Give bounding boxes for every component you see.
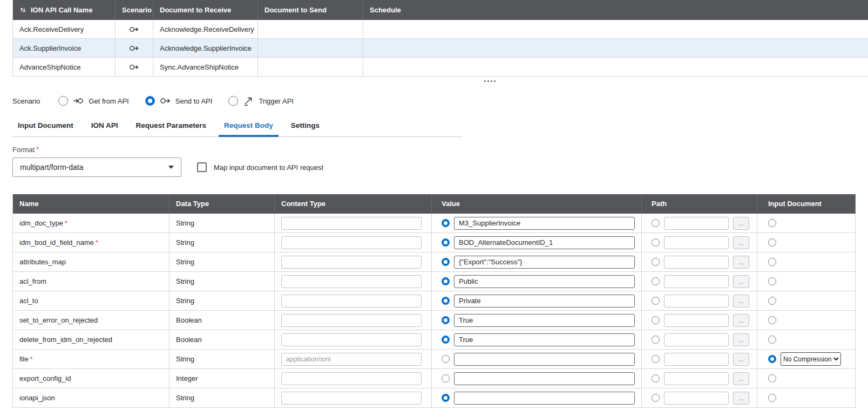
input-document-radio[interactable]: [768, 336, 776, 344]
browse-path-button[interactable]: ...: [733, 314, 749, 327]
value-radio[interactable]: [442, 297, 450, 305]
browse-path-button[interactable]: ...: [733, 295, 749, 307]
column-header-call-name[interactable]: ION API Call Name: [13, 0, 116, 19]
value-radio[interactable]: [442, 336, 450, 344]
value-input[interactable]: [454, 392, 635, 405]
value-radio[interactable]: [442, 219, 450, 227]
browse-path-button[interactable]: ...: [733, 236, 749, 249]
browse-path-button[interactable]: ...: [733, 392, 749, 405]
path-input[interactable]: [664, 217, 729, 230]
value-input[interactable]: [454, 353, 635, 366]
value-input[interactable]: [454, 372, 635, 385]
path-radio[interactable]: [652, 336, 660, 344]
path-input[interactable]: [664, 353, 729, 366]
path-radio[interactable]: [652, 374, 660, 382]
column-header-doc-receive[interactable]: Document to Receive: [153, 0, 258, 19]
column-header-doc-send[interactable]: Document to Send: [258, 0, 363, 19]
data-type: Integer: [176, 374, 198, 382]
data-type: String: [176, 238, 194, 247]
content-type-input[interactable]: [281, 256, 422, 269]
table-row-ack-supplierinvoice[interactable]: Ack.SupplierInvoice Acknowledge.Supplier…: [13, 39, 868, 58]
sort-arrows-icon[interactable]: [19, 6, 26, 13]
value-radio[interactable]: [442, 258, 450, 266]
input-document-radio[interactable]: [768, 238, 776, 247]
path-input[interactable]: [664, 256, 729, 269]
column-header-schedule[interactable]: Schedule: [363, 0, 868, 19]
scenario-option-trigger-api[interactable]: Trigger API: [228, 95, 294, 106]
value-input[interactable]: [454, 275, 635, 288]
input-document-radio[interactable]: [768, 258, 776, 266]
input-document-radio[interactable]: [768, 374, 776, 382]
path-input[interactable]: [664, 236, 729, 249]
input-document-radio[interactable]: [768, 219, 776, 227]
value-input[interactable]: [454, 236, 635, 249]
path-radio[interactable]: [652, 238, 660, 247]
value-radio[interactable]: [442, 355, 450, 363]
content-type-input[interactable]: [281, 295, 422, 307]
input-document-radio[interactable]: [768, 355, 776, 363]
splitter-handle[interactable]: [484, 79, 498, 83]
format-select[interactable]: multipart/form-data: [12, 158, 181, 177]
value-input[interactable]: [454, 333, 635, 346]
path-radio[interactable]: [652, 355, 660, 363]
input-document-radio[interactable]: [768, 297, 776, 305]
column-header-label: Document to Receive: [160, 6, 231, 14]
value-radio[interactable]: [442, 394, 450, 402]
map-input-checkbox[interactable]: [197, 162, 207, 172]
path-input[interactable]: [664, 372, 729, 385]
tab-request-parameters[interactable]: Request Parameters: [131, 121, 212, 136]
tab-ion-api[interactable]: ION API: [86, 121, 124, 136]
value-input[interactable]: [454, 217, 635, 230]
path-radio[interactable]: [652, 394, 660, 402]
content-type-input[interactable]: [281, 353, 422, 366]
value-input[interactable]: [454, 295, 635, 307]
browse-path-button[interactable]: ...: [733, 353, 749, 366]
input-document-radio[interactable]: [768, 316, 776, 324]
input-document-radio[interactable]: [768, 277, 776, 285]
path-input[interactable]: [664, 295, 729, 307]
value-input[interactable]: [454, 314, 635, 327]
table-row-advanceshipnotice[interactable]: AdvanceShipNotice Sync.AdvanceShipNotice: [13, 58, 868, 77]
path-input[interactable]: [664, 314, 729, 327]
param-name: file: [19, 355, 29, 363]
content-type-input[interactable]: [281, 333, 422, 346]
value-input[interactable]: [454, 256, 635, 269]
browse-path-button[interactable]: ...: [733, 372, 749, 385]
tab-request-body[interactable]: Request Body: [219, 121, 279, 136]
path-radio[interactable]: [652, 258, 660, 266]
content-type-input[interactable]: [281, 275, 422, 288]
value-radio[interactable]: [442, 277, 450, 285]
value-radio[interactable]: [442, 374, 450, 382]
input-document-radio[interactable]: [768, 394, 776, 402]
path-radio[interactable]: [652, 277, 660, 285]
path-input[interactable]: [664, 333, 729, 346]
tab-settings[interactable]: Settings: [286, 121, 325, 136]
content-type-input[interactable]: [281, 217, 422, 230]
browse-path-button[interactable]: ...: [733, 333, 749, 346]
path-radio[interactable]: [652, 219, 660, 227]
get-from-api-radio[interactable]: [58, 96, 68, 106]
value-radio[interactable]: [442, 316, 450, 324]
column-header-name: Name: [13, 194, 169, 213]
table-row-ack-receivedelivery[interactable]: Ack.ReceiveDelivery Acknowledge.ReceiveD…: [13, 20, 868, 39]
browse-path-button[interactable]: ...: [733, 217, 749, 230]
browse-path-button[interactable]: ...: [733, 275, 749, 288]
content-type-input[interactable]: [281, 236, 422, 249]
path-input[interactable]: [664, 275, 729, 288]
browse-path-button[interactable]: ...: [733, 256, 749, 269]
path-input[interactable]: [664, 392, 729, 405]
path-radio[interactable]: [652, 297, 660, 305]
path-radio[interactable]: [652, 316, 660, 324]
table-row: idm_doc_type* String ...: [13, 214, 856, 233]
content-type-input[interactable]: [281, 392, 422, 405]
scenario-option-get-from-api[interactable]: Get from API: [58, 95, 128, 106]
column-header-scenario[interactable]: Scenario: [116, 0, 153, 19]
scenario-option-send-to-api[interactable]: Send to API: [145, 95, 213, 106]
trigger-api-radio[interactable]: [228, 96, 238, 106]
content-type-input[interactable]: [281, 314, 422, 327]
content-type-input[interactable]: [281, 372, 422, 385]
compression-select[interactable]: No Compression: [781, 352, 841, 366]
send-to-api-radio[interactable]: [145, 96, 155, 106]
value-radio[interactable]: [442, 238, 450, 247]
tab-input-document[interactable]: Input Document: [12, 121, 79, 136]
